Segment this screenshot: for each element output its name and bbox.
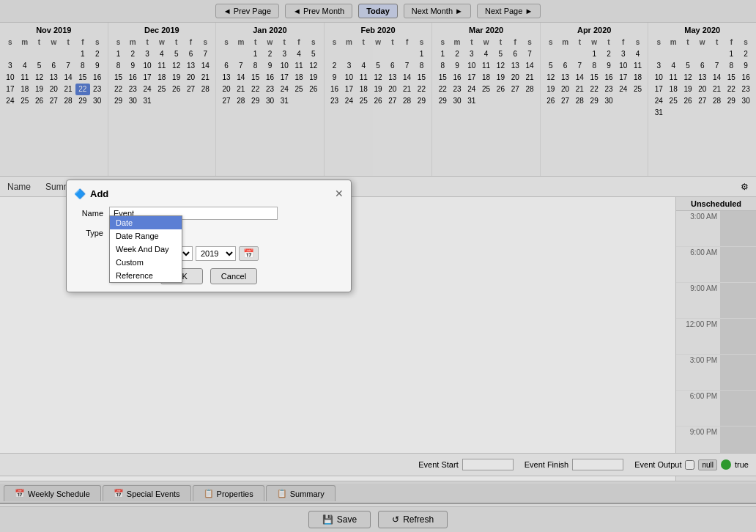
- modal-header: 🔷 Add ✕: [74, 188, 344, 199]
- modal-year-select[interactable]: 2019: [196, 246, 236, 261]
- modal-cancel-button[interactable]: Cancel: [210, 268, 257, 284]
- modal-type-label: Type: [74, 229, 103, 237]
- calendar-icon-button[interactable]: 📅: [239, 246, 259, 261]
- modal-title: 🔷 Add: [74, 188, 108, 199]
- modal-icon: 🔷: [74, 188, 86, 199]
- modal-overlay: 🔷 Add ✕ Name Type Date Date Range Week A…: [0, 0, 756, 532]
- dropdown-item-weekandday[interactable]: Week And Day: [110, 243, 182, 256]
- modal-title-text: Add: [90, 188, 108, 199]
- dropdown-item-reference[interactable]: Reference: [110, 269, 182, 282]
- dropdown-item-date[interactable]: Date: [110, 216, 182, 229]
- add-modal: 🔷 Add ✕ Name Type Date Date Range Week A…: [66, 180, 352, 292]
- type-dropdown: Date Date Range Week And Day Custom Refe…: [109, 215, 182, 283]
- dropdown-item-daterange[interactable]: Date Range: [110, 229, 182, 243]
- modal-name-label: Name: [74, 209, 103, 218]
- modal-close-button[interactable]: ✕: [335, 188, 344, 199]
- dropdown-item-custom[interactable]: Custom: [110, 256, 182, 269]
